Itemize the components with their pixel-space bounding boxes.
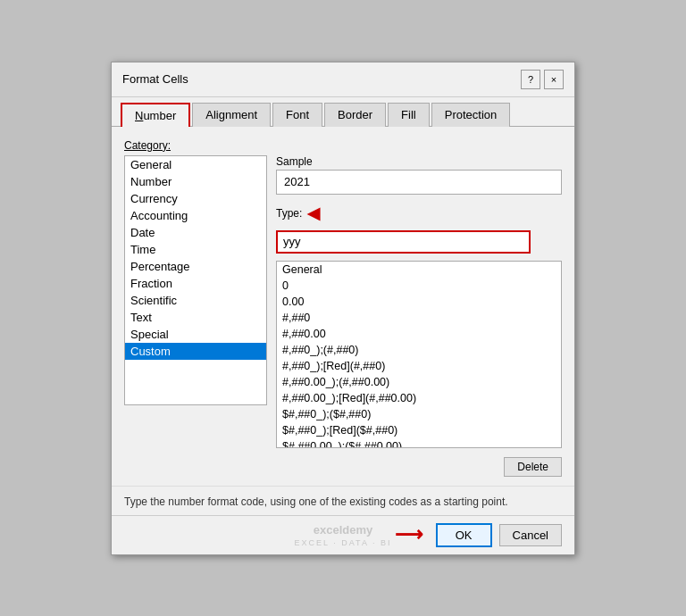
footer: exceldemy EXCEL · DATA · BI ⟶ OK Cancel [112, 515, 574, 554]
ok-button[interactable]: OK [436, 523, 492, 547]
sample-value: 2021 [276, 170, 562, 195]
category-item[interactable]: Number [125, 173, 266, 190]
category-list[interactable]: GeneralNumberCurrencyAccountingDateTimeP… [124, 155, 267, 405]
tab-protection[interactable]: Protection [431, 103, 511, 127]
tab-font[interactable]: Font [272, 103, 322, 127]
tab-border[interactable]: Border [324, 103, 386, 127]
sample-section: Sample 2021 [276, 155, 562, 195]
type-row: Type: ◀ [276, 204, 562, 223]
category-panel: GeneralNumberCurrencyAccountingDateTimeP… [124, 155, 267, 477]
category-item[interactable]: Accounting [125, 207, 266, 224]
format-code-item[interactable]: General [277, 262, 561, 278]
format-code-item[interactable]: $#,##0_);($#,##0) [277, 406, 561, 422]
category-item[interactable]: Special [125, 326, 266, 343]
tab-fill[interactable]: Fill [388, 103, 430, 127]
format-code-item[interactable]: #,##0_);(#,##0) [277, 342, 561, 358]
format-code-item[interactable]: #,##0.00_);(#,##0.00) [277, 374, 561, 390]
watermark: exceldemy EXCEL · DATA · BI [295, 523, 392, 547]
category-item[interactable]: Date [125, 224, 266, 241]
title-bar-controls: ? × [521, 70, 564, 89]
category-item[interactable]: Scientific [125, 292, 266, 309]
tab-number[interactable]: Number [121, 103, 190, 127]
delete-btn-row: Delete [276, 457, 562, 477]
format-code-item[interactable]: $#,##0.00_);($#,##0.00) [277, 438, 561, 448]
tab-alignment[interactable]: Alignment [192, 103, 271, 127]
category-item[interactable]: Percentage [125, 258, 266, 275]
category-item[interactable]: Custom [125, 343, 266, 360]
category-item[interactable]: Text [125, 309, 266, 326]
format-code-item[interactable]: 0 [277, 278, 561, 294]
sample-label: Sample [276, 155, 562, 168]
format-cells-dialog: Format Cells ? × Number Alignment Font B… [111, 62, 575, 555]
format-code-item[interactable]: #,##0.00_);[Red](#,##0.00) [277, 390, 561, 406]
ok-arrow-icon: ⟶ [395, 523, 423, 546]
description-text: Type the number format code, using one o… [124, 495, 508, 508]
format-code-item[interactable]: 0.00 [277, 294, 561, 310]
format-code-item[interactable]: #,##0_);[Red](#,##0) [277, 358, 561, 374]
dialog-body: Category: GeneralNumberCurrencyAccountin… [112, 127, 574, 486]
type-label: Type: [276, 207, 302, 220]
format-code-item[interactable]: #,##0 [277, 310, 561, 326]
help-button[interactable]: ? [521, 70, 540, 89]
description-area: Type the number format code, using one o… [112, 486, 574, 515]
category-item[interactable]: Currency [125, 190, 266, 207]
format-list: General00.00#,##0#,##0.00#,##0_);(#,##0)… [277, 262, 561, 448]
close-button[interactable]: × [544, 70, 564, 89]
delete-button[interactable]: Delete [504, 457, 562, 477]
type-input[interactable] [276, 230, 531, 254]
dialog-title: Format Cells [122, 72, 188, 86]
main-row: GeneralNumberCurrencyAccountingDateTimeP… [124, 155, 562, 477]
title-bar: Format Cells ? × [112, 62, 574, 97]
right-panel: Sample 2021 Type: ◀ General00.00#,##0#,#… [276, 155, 562, 477]
category-item[interactable]: General [125, 156, 266, 173]
type-input-container [276, 230, 562, 254]
format-code-item[interactable]: $#,##0_);[Red]($#,##0) [277, 422, 561, 438]
cancel-button[interactable]: Cancel [499, 524, 562, 546]
format-code-item[interactable]: #,##0.00 [277, 326, 561, 342]
category-item[interactable]: Fraction [125, 275, 266, 292]
category-label: Category: [124, 139, 562, 152]
category-item[interactable]: Time [125, 241, 266, 258]
tabs-bar: Number Alignment Font Border Fill Protec… [112, 97, 574, 127]
format-list-container[interactable]: General00.00#,##0#,##0.00#,##0_);(#,##0)… [276, 261, 562, 448]
type-arrow-icon: ◀ [307, 204, 320, 223]
